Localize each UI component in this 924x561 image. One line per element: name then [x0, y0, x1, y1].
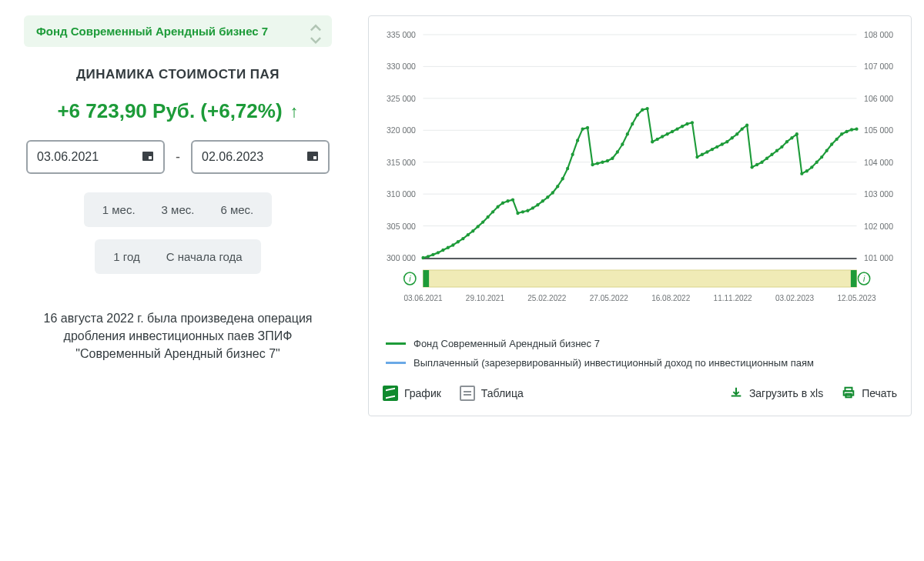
svg-text:03.02.2023: 03.02.2023 [775, 294, 814, 302]
svg-point-48 [511, 198, 514, 201]
svg-point-42 [481, 220, 484, 223]
svg-point-35 [447, 246, 450, 249]
svg-point-90 [721, 142, 724, 145]
split-note: 16 августа 2022 г. была произведена опер… [24, 309, 332, 363]
svg-point-103 [785, 140, 788, 143]
svg-point-40 [471, 229, 474, 232]
svg-point-104 [790, 136, 793, 139]
svg-point-80 [671, 130, 674, 133]
svg-text:103 000: 103 000 [864, 189, 893, 199]
svg-point-44 [491, 210, 494, 213]
svg-point-63 [586, 126, 589, 129]
svg-text:25.02.2022: 25.02.2022 [527, 294, 566, 302]
svg-point-64 [591, 163, 594, 166]
svg-point-72 [631, 122, 634, 125]
svg-point-52 [531, 206, 534, 209]
chart-svg: 300 000101 000305 000102 000310 000103 0… [383, 28, 897, 329]
period-3m[interactable]: 3 мес. [162, 203, 195, 216]
date-from-input[interactable]: 03.06.2021 [26, 140, 165, 174]
svg-point-77 [656, 138, 659, 141]
period-1y[interactable]: 1 год [113, 250, 139, 263]
svg-point-45 [496, 205, 499, 209]
svg-text:03.06.2021: 03.06.2021 [403, 294, 442, 302]
svg-text:105 000: 105 000 [864, 125, 893, 135]
svg-rect-2 [149, 156, 152, 159]
svg-text:305 000: 305 000 [387, 221, 416, 230]
svg-point-115 [845, 130, 848, 133]
period-1m[interactable]: 1 мес. [102, 203, 136, 216]
svg-text:107 000: 107 000 [864, 62, 893, 71]
svg-text:16.08.2022: 16.08.2022 [651, 294, 690, 302]
svg-point-38 [461, 237, 464, 240]
period-6m[interactable]: 6 мес. [220, 203, 253, 216]
download-xls-button[interactable]: Загрузить в xls [729, 386, 823, 402]
svg-point-98 [760, 161, 763, 164]
svg-text:108 000: 108 000 [864, 30, 893, 39]
svg-point-54 [541, 199, 544, 202]
svg-point-65 [596, 162, 599, 165]
svg-point-107 [805, 169, 808, 172]
calendar-icon [142, 149, 154, 165]
svg-point-84 [691, 121, 694, 124]
legend-swatch-blue [386, 362, 406, 364]
svg-point-111 [825, 149, 829, 152]
svg-point-91 [725, 140, 728, 143]
svg-point-97 [755, 163, 758, 166]
svg-point-47 [506, 199, 509, 202]
select-spinner-icon [307, 20, 324, 43]
svg-point-57 [556, 185, 559, 188]
table-icon [460, 386, 475, 401]
view-chart-button[interactable]: График [383, 386, 441, 401]
svg-text:11.11.2022: 11.11.2022 [714, 294, 752, 302]
svg-point-83 [685, 122, 688, 125]
svg-point-50 [521, 210, 524, 213]
svg-point-70 [621, 142, 624, 145]
download-icon [729, 386, 743, 402]
svg-point-74 [641, 109, 644, 112]
svg-text:102 000: 102 000 [864, 221, 893, 230]
legend: Фонд Современный Арендный бизнес 7 Выпла… [386, 336, 897, 372]
calendar-icon [306, 149, 319, 165]
svg-point-30 [421, 256, 424, 259]
svg-rect-4 [313, 156, 316, 159]
svg-text:106 000: 106 000 [864, 94, 893, 103]
left-column: Фонд Современный Арендный бизнес 7 ДИНАМ… [12, 15, 343, 363]
svg-point-95 [745, 123, 748, 126]
svg-text:325 000: 325 000 [387, 94, 416, 103]
svg-point-82 [681, 125, 684, 128]
period-presets-row2: 1 год С начала года [95, 239, 260, 274]
svg-point-62 [581, 127, 584, 130]
svg-point-68 [611, 157, 614, 160]
svg-point-37 [457, 240, 460, 243]
svg-text:12.05.2023: 12.05.2023 [837, 294, 875, 302]
view-table-button[interactable]: Таблица [460, 386, 524, 401]
svg-point-101 [775, 149, 778, 152]
svg-point-75 [646, 107, 649, 110]
svg-point-102 [780, 145, 783, 149]
period-ytd[interactable]: С начала года [166, 250, 243, 263]
svg-point-99 [765, 157, 768, 160]
fund-selector[interactable]: Фонд Современный Арендный бизнес 7 [24, 15, 332, 47]
svg-rect-118 [423, 270, 856, 287]
svg-point-55 [546, 195, 549, 199]
chart-panel: 300 000101 000305 000102 000310 000103 0… [368, 15, 912, 416]
price-change-arrow-icon: ↑ [290, 102, 299, 122]
svg-point-69 [616, 150, 619, 153]
actions-bar: График Таблица Загрузить в xls Печать [383, 386, 897, 402]
svg-point-92 [731, 136, 734, 139]
svg-point-32 [431, 253, 434, 256]
svg-point-66 [601, 161, 604, 164]
chart-area[interactable]: 300 000101 000305 000102 000310 000103 0… [383, 28, 897, 329]
view-chart-label: График [404, 387, 441, 399]
svg-point-76 [651, 140, 654, 143]
svg-text:101 000: 101 000 [864, 253, 893, 262]
svg-point-116 [850, 128, 853, 131]
svg-point-96 [751, 165, 754, 169]
date-range: 03.06.2021 - 02.06.2023 [26, 140, 330, 174]
date-to-input[interactable]: 02.06.2023 [191, 140, 330, 174]
svg-point-106 [800, 172, 803, 175]
print-button[interactable]: Печать [842, 386, 897, 402]
svg-point-114 [840, 132, 843, 135]
svg-point-108 [810, 165, 813, 169]
svg-point-49 [516, 212, 519, 215]
